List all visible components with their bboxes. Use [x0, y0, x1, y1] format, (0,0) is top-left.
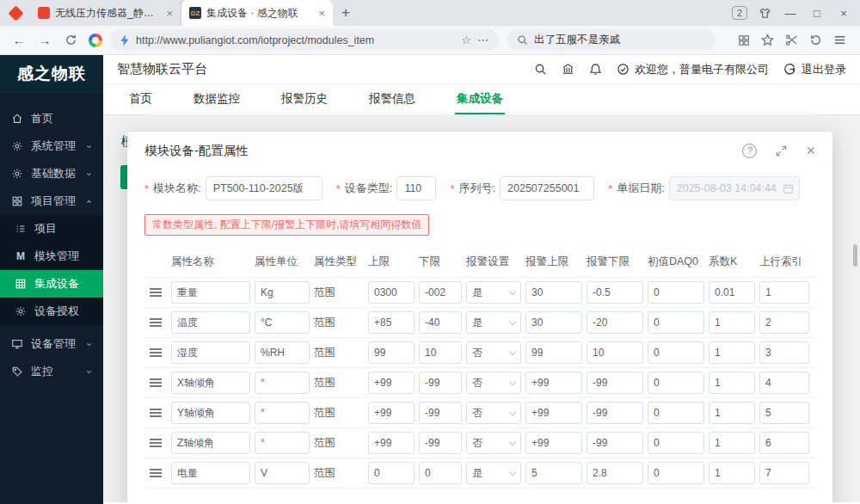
- alarm-upper-input[interactable]: [525, 432, 582, 454]
- alarm-lower-input[interactable]: [587, 462, 643, 484]
- url-more-icon[interactable]: ⋯: [477, 34, 489, 46]
- init-daq0-input[interactable]: [648, 281, 704, 304]
- browser-tab-1[interactable]: 无线压力传感器_静力水准仪.. ×: [30, 0, 181, 26]
- alarm-upper-input[interactable]: [525, 311, 582, 334]
- sidebar-item-system-mgmt[interactable]: 系统管理: [0, 132, 103, 160]
- favorites-star-icon[interactable]: [761, 34, 774, 46]
- header-search-icon[interactable]: [534, 63, 547, 76]
- alarm-upper-input[interactable]: [525, 281, 582, 304]
- attr-unit-input[interactable]: [255, 432, 310, 454]
- drag-handle-icon[interactable]: [150, 439, 162, 447]
- drag-handle-icon[interactable]: [150, 288, 162, 297]
- skin-icon[interactable]: [759, 7, 771, 20]
- upper-limit-input[interactable]: [368, 402, 415, 424]
- attr-name-input[interactable]: [171, 311, 250, 334]
- coef-k-input[interactable]: [709, 341, 755, 364]
- nav-tab-data-monitor[interactable]: 数据监控: [192, 84, 242, 114]
- alarm-setting-select[interactable]: 否: [466, 402, 521, 424]
- init-daq0-input[interactable]: [648, 462, 704, 484]
- bell-icon[interactable]: [589, 63, 602, 76]
- undo-history-icon[interactable]: [809, 34, 822, 46]
- nav-tab-integrated-device[interactable]: 集成设备: [455, 84, 505, 114]
- alarm-lower-input[interactable]: [587, 432, 643, 454]
- ai-assistant-icon[interactable]: [89, 34, 102, 47]
- upper-limit-input[interactable]: [368, 432, 415, 454]
- alarm-upper-input[interactable]: [525, 341, 582, 364]
- alarm-upper-input[interactable]: [525, 402, 582, 424]
- nav-tab-home[interactable]: 首页: [127, 84, 154, 114]
- up-index-input[interactable]: [759, 432, 809, 454]
- forward-button[interactable]: →: [34, 30, 55, 51]
- tab-close-icon[interactable]: ×: [318, 7, 325, 20]
- search-suggestion-text[interactable]: 出了五服不是亲戚: [534, 33, 620, 47]
- up-index-input[interactable]: [759, 462, 809, 484]
- logout-button[interactable]: 退出登录: [783, 62, 846, 77]
- lower-limit-input[interactable]: [419, 341, 462, 364]
- attr-unit-input[interactable]: [255, 281, 310, 304]
- sidebar-item-device-mgmt[interactable]: 设备管理: [0, 330, 103, 358]
- init-daq0-input[interactable]: [648, 372, 704, 394]
- attr-unit-input[interactable]: [255, 462, 310, 484]
- lower-limit-input[interactable]: [419, 372, 462, 394]
- browser-tab-2[interactable]: DZ 集成设备 · 感之物联 ×: [181, 0, 333, 26]
- sidebar-item-project-mgmt[interactable]: 项目管理: [0, 187, 103, 215]
- drag-handle-icon[interactable]: [150, 409, 162, 417]
- document-date-input[interactable]: [669, 176, 800, 200]
- alarm-lower-input[interactable]: [587, 372, 643, 394]
- drag-handle-icon[interactable]: [150, 378, 162, 387]
- alarm-setting-select[interactable]: 是: [466, 281, 521, 304]
- coef-k-input[interactable]: [709, 462, 755, 484]
- drag-handle-icon[interactable]: [150, 469, 162, 477]
- date-picker[interactable]: [669, 176, 800, 200]
- browser-logo-icon[interactable]: [8, 5, 23, 21]
- attr-unit-input[interactable]: [255, 372, 310, 394]
- minimize-button[interactable]: —: [783, 7, 798, 20]
- attr-name-input[interactable]: [171, 281, 250, 304]
- sidebar-item-projects[interactable]: 项目: [0, 215, 103, 243]
- url-field[interactable]: http://www.puliangiot.com/iotproject/mod…: [110, 29, 499, 51]
- upper-limit-input[interactable]: [368, 372, 415, 394]
- coef-k-input[interactable]: [709, 281, 755, 304]
- attr-name-input[interactable]: [171, 341, 250, 364]
- lower-limit-input[interactable]: [419, 432, 462, 454]
- alarm-lower-input[interactable]: [587, 281, 643, 304]
- serial-number-input[interactable]: [500, 176, 594, 200]
- browser-search-field[interactable]: 出了五服不是亲戚: [507, 29, 716, 51]
- sidebar-item-device-auth[interactable]: 设备授权: [0, 298, 103, 325]
- home-bank-icon[interactable]: [562, 63, 574, 76]
- sidebar-item-integrated-device[interactable]: 集成设备: [0, 270, 103, 298]
- attr-name-input[interactable]: [171, 402, 250, 424]
- nav-tab-alarm-info[interactable]: 报警信息: [367, 84, 417, 114]
- alarm-setting-select[interactable]: 否: [466, 341, 521, 364]
- fullscreen-icon[interactable]: [776, 145, 787, 157]
- up-index-input[interactable]: [759, 402, 809, 424]
- close-window-button[interactable]: ×: [836, 7, 851, 20]
- up-index-input[interactable]: [759, 372, 809, 394]
- init-daq0-input[interactable]: [648, 341, 704, 364]
- alarm-setting-select[interactable]: 是: [466, 462, 521, 484]
- bookmark-star-icon[interactable]: ☆: [461, 34, 471, 46]
- module-name-input[interactable]: [206, 176, 322, 200]
- coef-k-input[interactable]: [709, 402, 755, 424]
- alarm-setting-select[interactable]: 否: [466, 432, 521, 454]
- attr-name-input[interactable]: [171, 462, 250, 484]
- download-badge[interactable]: 2: [732, 6, 747, 20]
- drag-handle-icon[interactable]: [150, 318, 162, 327]
- up-index-input[interactable]: [759, 341, 809, 364]
- alarm-upper-input[interactable]: [525, 372, 582, 394]
- up-index-input[interactable]: [759, 281, 809, 304]
- init-daq0-input[interactable]: [648, 402, 704, 424]
- refresh-button[interactable]: [60, 30, 81, 51]
- upper-limit-input[interactable]: [368, 281, 415, 304]
- attr-name-input[interactable]: [171, 432, 250, 454]
- coef-k-input[interactable]: [709, 372, 755, 394]
- welcome-user[interactable]: 欢迎您，普量电子有限公司: [617, 62, 769, 77]
- sidebar-item-monitoring[interactable]: 监控: [0, 358, 103, 385]
- browser-menu-icon[interactable]: [833, 34, 846, 46]
- close-icon[interactable]: ×: [806, 142, 815, 160]
- attr-unit-input[interactable]: [255, 311, 310, 334]
- apps-grid-icon[interactable]: [738, 34, 750, 46]
- alarm-upper-input[interactable]: [525, 462, 582, 484]
- tab-close-icon[interactable]: ×: [166, 7, 173, 20]
- sidebar-item-home[interactable]: 首页: [0, 105, 103, 132]
